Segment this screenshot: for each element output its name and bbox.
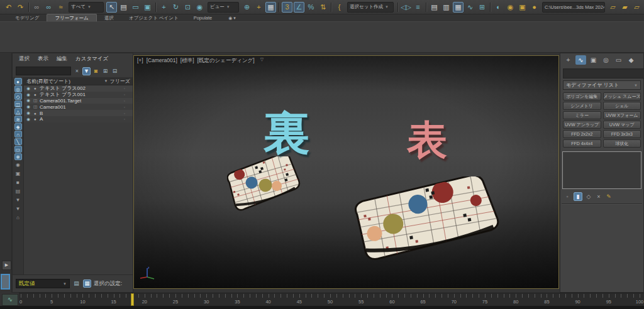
remove-set-icon[interactable]: ⊟ [111, 67, 119, 75]
modifier-list-dropdown[interactable]: モディファイヤ リスト ▼ [563, 80, 641, 90]
freeze-toggle-icon[interactable]: ◦ [116, 111, 133, 116]
show-geometry-icon[interactable]: ● [14, 78, 22, 85]
select-object-icon[interactable]: ↖ [106, 2, 117, 13]
display-edit-icon[interactable]: ▤ [14, 187, 22, 195]
ribbon-tab-1[interactable]: フリーフォーム [47, 14, 96, 21]
pivot-center-icon[interactable]: ⊕ [242, 2, 252, 13]
freeze-toggle-icon[interactable]: ◦ [116, 92, 133, 97]
filter-button-icon[interactable]: ▼ [82, 67, 91, 75]
text-object-front[interactable]: 表 [407, 120, 447, 160]
selection-filter-dropdown[interactable]: すべて▼ [69, 2, 104, 13]
time-slider-handle[interactable] [131, 293, 134, 306]
container-icon[interactable]: ⌂ [14, 214, 22, 222]
show-ik-icon[interactable]: ╲ [14, 138, 22, 145]
mirror-icon[interactable]: ◁▷ [401, 2, 411, 13]
viewport-menu-general[interactable]: [+] [137, 57, 143, 65]
explorer-column-header[interactable]: 名前(昇順でソート) ▼ フリーズ [24, 77, 133, 85]
visibility-eye-icon[interactable]: ◉ [26, 117, 31, 122]
create-tab-icon[interactable]: + [563, 55, 574, 65]
ribbon-toggle-icon[interactable]: ▦ [453, 2, 464, 13]
modifier-button-6[interactable]: UVW アンラップ [563, 121, 601, 129]
selection-settings-icon[interactable]: ▦ [83, 279, 91, 288]
named-selection-set-dropdown[interactable]: 選択セット作成▼ [347, 2, 394, 13]
column-name[interactable]: 名前(昇順でソート) [26, 78, 102, 85]
visibility-eye-icon[interactable]: ◉ [26, 86, 31, 91]
modifier-button-0[interactable]: ポリゴンを編集 [563, 92, 601, 100]
filter-funnel-icon[interactable]: ▼ [14, 205, 22, 213]
select-move-icon[interactable]: + [158, 2, 169, 13]
explorer-row[interactable]: ◉●B◦ [24, 110, 133, 116]
named-selection-sets-icon[interactable]: { [334, 2, 345, 13]
camera-viewport[interactable]: [+] [Camera001] [標準] [既定のシェーディング] ▽ 裏 表 [133, 55, 559, 289]
explorer-menu-1[interactable]: 表示 [38, 55, 48, 64]
align-icon[interactable]: ≡ [413, 2, 423, 13]
render-production-icon[interactable]: ● [529, 2, 540, 13]
modifier-stack-listbox[interactable] [562, 151, 641, 189]
snap-toggle-3d-icon[interactable]: 3 [282, 2, 292, 13]
redo-icon[interactable]: ↷ [15, 2, 26, 13]
percent-snap-icon[interactable]: % [306, 2, 316, 13]
select-scale-icon[interactable]: ⊡ [182, 2, 193, 13]
modifier-button-11[interactable]: 球状化 [603, 139, 641, 148]
modifier-button-8[interactable]: FFD 2x2x2 [563, 130, 601, 138]
import-file-icon[interactable]: ▱ [608, 2, 618, 13]
freeze-toggle-icon[interactable]: ◦ [116, 86, 133, 90]
project-folder-dropdown[interactable]: C:\Users\bee...3ds Max 2024▼ [542, 2, 605, 13]
pin-stack-icon[interactable]: ◦ [564, 193, 571, 200]
display-geometry-type-icon[interactable]: ▣ [14, 170, 22, 178]
utilities-tab-icon[interactable]: ◆ [626, 55, 636, 65]
spinner-snap-icon[interactable]: ⇅ [318, 2, 328, 13]
freeze-toggle-icon[interactable]: ◦ [116, 117, 133, 121]
modifier-button-1[interactable]: メッシュ スムーズ [603, 92, 641, 100]
show-spacewarps-icon[interactable]: ≋ [14, 116, 22, 122]
visibility-eye-icon[interactable]: ◉ [26, 98, 31, 103]
per-view-filter-icon[interactable]: ▽ [260, 57, 264, 65]
pillow-object-back[interactable] [227, 156, 310, 227]
show-hidden-icon[interactable]: ◉ [14, 161, 22, 169]
display-tab-icon[interactable]: ▭ [613, 55, 624, 65]
schematic-view-icon[interactable]: ⊞ [477, 2, 487, 13]
visibility-eye-icon[interactable]: ◉ [26, 104, 31, 109]
modifier-button-10[interactable]: FFD 4x4x4 [563, 139, 601, 148]
angle-snap-icon[interactable]: ∠ [294, 2, 304, 13]
make-unique-icon[interactable]: ◇ [585, 193, 592, 200]
visibility-eye-icon[interactable]: ◉ [26, 111, 31, 116]
panel-options-button[interactable]: ◉ ▾ [228, 14, 236, 21]
preset-dropdown[interactable]: 既定値 ▼ [16, 279, 70, 288]
ribbon-tab-4[interactable]: Populate [186, 14, 220, 21]
show-end-result-icon[interactable]: ▮ [574, 192, 582, 201]
ribbon-tab-3[interactable]: オブジェクト ペイント [121, 14, 186, 21]
keyboard-override-icon[interactable]: ▦ [265, 2, 276, 13]
save-file-icon[interactable]: ▱ [631, 2, 642, 13]
visibility-eye-icon[interactable]: ◉ [26, 92, 31, 97]
coordinate-system-dropdown[interactable]: ビュー▼ [208, 2, 239, 13]
clear-search-icon[interactable]: × [73, 67, 81, 75]
configure-modifier-sets-icon[interactable]: ✎ [605, 193, 613, 200]
rect-selection-region-icon[interactable]: ▭ [130, 2, 141, 13]
select-place-icon[interactable]: ◉ [194, 2, 205, 13]
viewport-menu-standard[interactable]: [標準] [180, 57, 194, 65]
modifier-button-5[interactable]: UVW Xフォーム [603, 111, 641, 119]
modify-tab-icon[interactable]: ∿ [575, 55, 586, 65]
object-name-field[interactable] [563, 68, 644, 79]
add-set-icon[interactable]: ⊞ [101, 67, 109, 75]
curve-editor-icon[interactable]: ∿ [465, 2, 475, 13]
explorer-row[interactable]: ◉●A◦ [24, 116, 133, 122]
explorer-menu-0[interactable]: 選択 [19, 55, 30, 64]
show-frozen-icon[interactable]: ❄ [14, 153, 22, 160]
explorer-row[interactable]: ◉●テキスト プラス001◦ [24, 92, 133, 98]
show-bones-icon[interactable]: ∩ [14, 131, 22, 138]
modifier-button-4[interactable]: ミラー [563, 111, 601, 119]
viewport-menu-pov[interactable]: [Camera001] [147, 57, 177, 65]
modifier-button-7[interactable]: UVW マップ [603, 121, 641, 129]
select-by-name-icon[interactable]: ▤ [118, 2, 129, 13]
undo-icon[interactable]: ↶ [3, 2, 14, 13]
pillow-object-front[interactable] [347, 176, 508, 263]
display-material-icon[interactable]: ■ [14, 178, 22, 187]
show-shapes-icon[interactable]: ◎ [14, 85, 22, 92]
explorer-row[interactable]: ◉◫Camera001◦ [24, 104, 133, 110]
material-editor-icon[interactable]: ◐ [493, 2, 504, 13]
modifier-button-2[interactable]: シンメトリ [563, 102, 601, 110]
ribbon-tab-2[interactable]: 選択 [97, 14, 121, 21]
explorer-menu-3[interactable]: カスタマイズ [75, 55, 108, 64]
